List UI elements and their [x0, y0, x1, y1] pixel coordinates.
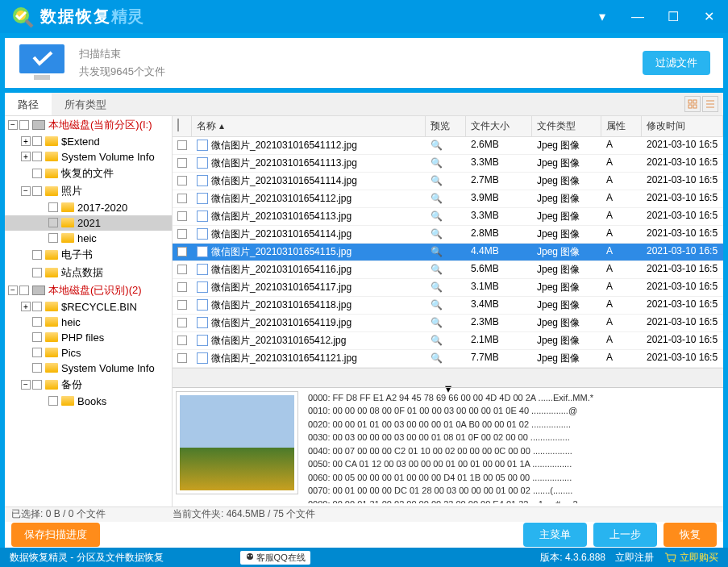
file-size: 2.3MB: [466, 315, 532, 331]
collapse-icon[interactable]: −: [8, 120, 18, 130]
table-row[interactable]: 微信图片_202103101654119.jpg 🔍 2.3MB Jpeg 图像…: [173, 315, 723, 332]
magnifier-icon[interactable]: 🔍: [431, 211, 443, 222]
table-row[interactable]: 微信图片_2021031016541114.jpg 🔍 2.7MB Jpeg 图…: [173, 173, 723, 190]
magnifier-icon[interactable]: 🔍: [431, 140, 443, 151]
main-menu-button[interactable]: 主菜单: [523, 523, 587, 547]
table-row[interactable]: 微信图片_2021031016541113.jpg 🔍 3.3MB Jpeg 图…: [173, 155, 723, 173]
magnifier-icon[interactable]: 🔍: [431, 352, 443, 364]
magnifier-icon[interactable]: 🔍: [431, 157, 443, 169]
tree-php[interactable]: PHP files: [5, 330, 172, 345]
svg-rect-7: [693, 105, 697, 108]
checkbox[interactable]: [177, 300, 187, 310]
tree-recovered[interactable]: 恢复的文件: [5, 165, 172, 182]
expand-icon[interactable]: +: [21, 136, 31, 146]
table-row[interactable]: 微信图片_202103101654113.jpg 🔍 3.3MB Jpeg 图像…: [173, 208, 723, 226]
col-size[interactable]: 文件大小: [466, 116, 532, 136]
table-row[interactable]: 微信图片_2021031016541112.jpg 🔍 2.6MB Jpeg 图…: [173, 137, 723, 155]
checkbox[interactable]: [177, 211, 187, 221]
magnifier-icon[interactable]: 🔍: [431, 317, 443, 328]
table-row[interactable]: 微信图片_202103101654115.jpg 🔍 4.4MB Jpeg 图像…: [173, 244, 723, 261]
checkbox[interactable]: [177, 265, 187, 274]
tree-heic2[interactable]: heic: [5, 315, 172, 330]
register-link[interactable]: 立即注册: [615, 551, 654, 565]
checkbox[interactable]: [177, 140, 187, 150]
col-attr[interactable]: 属性: [601, 116, 642, 136]
tree-drive-recognized[interactable]: −本地磁盘(已识别)(2): [5, 281, 172, 299]
titlebar[interactable]: 数据恢复精灵 ▾ — ☐ ✕: [0, 0, 728, 33]
tree-heic[interactable]: heic: [5, 231, 172, 246]
magnifier-icon[interactable]: 🔍: [431, 228, 443, 240]
tree-site[interactable]: 站点数据: [5, 264, 172, 281]
folder-tree[interactable]: −本地磁盘(当前分区)(I:) +$Extend +System Volume …: [5, 116, 173, 507]
tree-ebook[interactable]: 电子书: [5, 246, 172, 264]
magnifier-icon[interactable]: 🔍: [431, 175, 443, 186]
tree-extend[interactable]: +$Extend: [5, 134, 172, 149]
file-type: Jpeg 图像: [532, 226, 601, 243]
checkbox[interactable]: [177, 194, 187, 203]
magnifier-icon[interactable]: 🔍: [431, 281, 443, 293]
tree-books[interactable]: Books: [5, 394, 172, 409]
table-row[interactable]: 微信图片_202103101654112.jpg 🔍 3.9MB Jpeg 图像…: [173, 190, 723, 208]
save-scan-button[interactable]: 保存扫描进度: [11, 523, 100, 547]
col-name[interactable]: 名称▴: [192, 116, 426, 136]
file-type: Jpeg 图像: [532, 137, 601, 154]
horizontal-scrollbar[interactable]: [173, 368, 723, 381]
col-date[interactable]: 修改时间: [642, 116, 723, 136]
checkbox[interactable]: [177, 247, 187, 256]
checkbox[interactable]: [177, 158, 187, 168]
tree-2021[interactable]: 2021: [5, 215, 172, 231]
file-attr: A: [601, 279, 642, 296]
back-button[interactable]: 上一步: [593, 523, 657, 547]
view-grid-button[interactable]: [684, 96, 701, 112]
drive-icon: [32, 120, 45, 130]
col-type[interactable]: 文件类型: [532, 116, 601, 136]
tree-photos[interactable]: −照片: [5, 182, 172, 200]
magnifier-icon[interactable]: 🔍: [431, 299, 443, 311]
col-preview[interactable]: 预览: [426, 116, 466, 136]
table-row[interactable]: 微信图片_2021031016541121.jpg 🔍 7.7MB Jpeg 图…: [173, 350, 723, 368]
file-attr: A: [601, 350, 642, 367]
file-date: 2021-03-10 16:5: [642, 155, 723, 172]
table-row[interactable]: 微信图片_202103101654117.jpg 🔍 3.1MB Jpeg 图像…: [173, 279, 723, 297]
tree-pics[interactable]: Pics: [5, 345, 172, 361]
checkbox[interactable]: [177, 282, 187, 292]
magnifier-icon[interactable]: 🔍: [431, 193, 443, 204]
magnifier-icon[interactable]: 🔍: [431, 264, 443, 275]
filter-files-button[interactable]: 过滤文件: [643, 51, 710, 75]
tree-2017-2020[interactable]: 2017-2020: [5, 200, 172, 215]
preview-splitter[interactable]: ▾: [173, 381, 723, 387]
tree-recycle[interactable]: +$RECYCLE.BIN: [5, 299, 172, 315]
col-checkbox[interactable]: [173, 116, 192, 136]
magnifier-icon[interactable]: 🔍: [431, 246, 443, 257]
tab-path[interactable]: 路径: [5, 93, 52, 115]
recover-button[interactable]: 恢复: [664, 523, 717, 547]
file-list-table[interactable]: 名称▴ 预览 文件大小 文件类型 属性 修改时间 微信图片_2021031016…: [173, 116, 723, 368]
close-button[interactable]: ✕: [699, 7, 718, 27]
qq-support-button[interactable]: 客服QQ在线: [240, 551, 310, 565]
file-icon: [197, 281, 208, 293]
checkbox[interactable]: [177, 336, 187, 345]
checkbox[interactable]: [177, 176, 187, 186]
file-attr: A: [601, 261, 642, 278]
scan-status-title: 扫描结束: [79, 47, 643, 61]
magnifier-icon[interactable]: 🔍: [431, 335, 443, 346]
file-attr: A: [601, 297, 642, 314]
table-row[interactable]: 微信图片_202103101654114.jpg 🔍 2.8MB Jpeg 图像…: [173, 226, 723, 244]
minimize-button[interactable]: —: [628, 7, 647, 27]
checkbox[interactable]: [177, 318, 187, 327]
dropdown-icon[interactable]: ▾: [593, 7, 612, 27]
checkbox[interactable]: [177, 229, 187, 239]
table-row[interactable]: 微信图片_20210310165412.jpg 🔍 2.1MB Jpeg 图像 …: [173, 332, 723, 350]
tree-backup[interactable]: −备份: [5, 376, 172, 394]
view-list-button[interactable]: [702, 96, 718, 112]
table-row[interactable]: 微信图片_202103101654116.jpg 🔍 5.6MB Jpeg 图像…: [173, 261, 723, 279]
checkbox[interactable]: [19, 120, 29, 130]
tree-svi2[interactable]: System Volume Info: [5, 361, 172, 376]
checkbox[interactable]: [177, 353, 187, 363]
tree-drive-current[interactable]: −本地磁盘(当前分区)(I:): [5, 116, 172, 134]
tab-all-types[interactable]: 所有类型: [52, 93, 119, 115]
tree-svi[interactable]: +System Volume Info: [5, 149, 172, 165]
table-row[interactable]: 微信图片_202103101654118.jpg 🔍 3.4MB Jpeg 图像…: [173, 297, 723, 315]
buy-link[interactable]: 立即购买: [664, 551, 718, 565]
maximize-button[interactable]: ☐: [664, 7, 683, 27]
